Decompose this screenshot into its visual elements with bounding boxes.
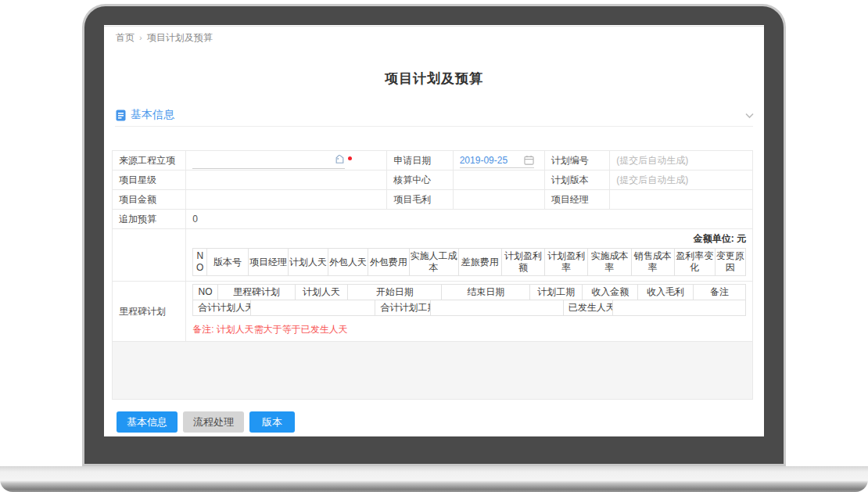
version-col-header: 外包人天 xyxy=(328,249,368,276)
incurred-days-value xyxy=(613,300,746,316)
total-duration-label: 合计计划工期 xyxy=(375,300,431,316)
version-col-header: 差旅费用 xyxy=(458,249,501,276)
laptop-bezel: 首页›项目计划及预算 项目计划及预算 基本信息 xyxy=(84,6,784,464)
form-row-empty xyxy=(113,342,753,400)
version-col-header: 计划盈利额 xyxy=(501,249,544,276)
required-marker xyxy=(348,156,352,160)
tag-icon[interactable] xyxy=(334,155,345,166)
version-col-header: 销售成本率 xyxy=(631,249,674,276)
laptop-base xyxy=(0,466,868,492)
form-row: 项目星级 核算中心 计划版本 (提交后自动生成) xyxy=(113,171,753,190)
project-star-value xyxy=(186,171,387,190)
empty-gray-row xyxy=(113,342,753,400)
plan-no-value: (提交后自动生成) xyxy=(610,151,753,171)
form-row-milestone: 里程碑计划 NO 里程碑计划 计划人天 xyxy=(113,282,753,342)
form-row-version: 金额单位: 元 NO 版本号 xyxy=(113,229,753,282)
milestone-col-header: 收入毛利 xyxy=(638,285,694,300)
version-col-header: 实施成本率 xyxy=(588,249,631,276)
accounting-center-label: 核算中心 xyxy=(387,171,453,190)
milestone-plan-label: 里程碑计划 xyxy=(113,282,186,342)
laptop-frame: 首页›项目计划及预算 项目计划及预算 基本信息 xyxy=(82,4,786,466)
incurred-days-label: 已发生人天 xyxy=(563,300,613,316)
version-table: NO 版本号 项目经理 计划人天 外包人天 外包费用 实施人工成本 差旅费用 计… xyxy=(192,248,746,276)
milestone-col-header: 开始日期 xyxy=(348,285,442,300)
version-col-header: 变更原因 xyxy=(715,249,745,276)
tab-version[interactable]: 版本 xyxy=(249,411,295,433)
content-top-divider xyxy=(104,26,764,27)
version-col-header: 盈利率变化 xyxy=(674,249,715,276)
apply-date-field[interactable]: 2019-09-25 xyxy=(453,151,544,171)
additional-budget-label: 追加预算 xyxy=(113,210,186,229)
total-plan-days-label: 合计计划人天 xyxy=(193,300,251,316)
plan-version-value: (提交后自动生成) xyxy=(610,171,753,190)
plan-version-label: 计划版本 xyxy=(544,171,610,190)
basic-info-form: 来源工程立项 申请日期 2019-0 xyxy=(112,150,753,400)
tab-process-handling[interactable]: 流程处理 xyxy=(183,411,244,433)
breadcrumb: 首页›项目计划及预算 xyxy=(116,31,213,45)
project-amount-label: 项目金额 xyxy=(113,190,186,210)
version-row-label xyxy=(113,229,186,282)
version-col-header: 项目经理 xyxy=(248,249,288,276)
additional-budget-value: 0 xyxy=(186,210,753,229)
document-icon xyxy=(116,110,126,121)
version-col-header: 外包费用 xyxy=(368,249,409,276)
form-row: 追加预算 0 xyxy=(113,210,753,229)
milestone-table: NO 里程碑计划 计划人天 开始日期 结束日期 计划工期 收入金额 收入毛利 备… xyxy=(192,284,746,300)
milestone-col-header: 结束日期 xyxy=(442,285,530,300)
milestone-col-header: 里程碑计划 xyxy=(217,285,295,300)
version-block: 金额单位: 元 NO 版本号 xyxy=(186,229,753,282)
source-project-field[interactable] xyxy=(186,151,387,171)
page-title: 项目计划及预算 xyxy=(104,70,764,88)
breadcrumb-current: 项目计划及预算 xyxy=(147,32,213,43)
section-divider xyxy=(115,126,753,127)
version-col-header: 版本号 xyxy=(207,249,248,276)
milestone-col-header: 计划工期 xyxy=(530,285,583,300)
milestone-table-header-row: NO 里程碑计划 计划人天 开始日期 结束日期 计划工期 收入金额 收入毛利 备… xyxy=(193,285,746,300)
source-project-input[interactable] xyxy=(192,153,345,169)
version-table-header-row: NO 版本号 项目经理 计划人天 外包人天 外包费用 实施人工成本 差旅费用 计… xyxy=(193,249,746,276)
section-title: 基本信息 xyxy=(131,108,174,122)
milestone-col-header: 计划人天 xyxy=(295,285,347,300)
project-gross-profit-value xyxy=(453,190,544,210)
screen: 首页›项目计划及预算 项目计划及预算 基本信息 xyxy=(104,25,764,436)
apply-date-input[interactable]: 2019-09-25 xyxy=(460,153,534,168)
plan-no-label: 计划编号 xyxy=(544,151,610,171)
milestone-col-header: 备注 xyxy=(693,285,745,300)
amount-unit-note: 金额单位: 元 xyxy=(192,232,746,246)
milestone-col-header: NO xyxy=(193,285,218,300)
footer-tab-bar: 基本信息 流程处理 版本 xyxy=(117,411,295,433)
chevron-down-icon[interactable] xyxy=(743,109,756,122)
accounting-center-value xyxy=(453,171,544,190)
form-row: 项目金额 项目毛利 项目经理 xyxy=(113,190,753,210)
total-duration-value xyxy=(431,300,564,316)
breadcrumb-home[interactable]: 首页 xyxy=(116,32,135,43)
project-manager-value xyxy=(610,190,753,210)
version-col-header: 计划人天 xyxy=(288,249,328,276)
version-col-header: 计划盈利率 xyxy=(545,249,588,276)
project-gross-profit-label: 项目毛利 xyxy=(387,190,453,210)
milestone-block: NO 里程碑计划 计划人天 开始日期 结束日期 计划工期 收入金额 收入毛利 备… xyxy=(186,282,753,342)
section-header-basic-info[interactable]: 基本信息 xyxy=(116,107,756,123)
project-star-label: 项目星级 xyxy=(113,171,186,190)
project-manager-label: 项目经理 xyxy=(544,190,610,210)
apply-date-label: 申请日期 xyxy=(387,151,453,171)
breadcrumb-separator: › xyxy=(139,33,142,42)
milestone-summary-row: 合计计划人天 合计计划工期 已发生人天 xyxy=(192,300,746,316)
tab-basic-info[interactable]: 基本信息 xyxy=(117,411,178,433)
form-row: 来源工程立项 申请日期 2019-0 xyxy=(113,151,753,171)
total-plan-days-value xyxy=(251,300,375,316)
project-amount-value xyxy=(186,190,387,210)
version-col-header: 实施人工成本 xyxy=(409,249,458,276)
validation-note: 备注: 计划人天需大于等于已发生人天 xyxy=(192,323,746,336)
calendar-icon[interactable] xyxy=(524,155,534,165)
milestone-col-header: 收入金额 xyxy=(583,285,638,300)
version-col-header: NO xyxy=(193,249,207,276)
apply-date-value: 2019-09-25 xyxy=(460,155,508,166)
source-project-label: 来源工程立项 xyxy=(113,151,186,171)
